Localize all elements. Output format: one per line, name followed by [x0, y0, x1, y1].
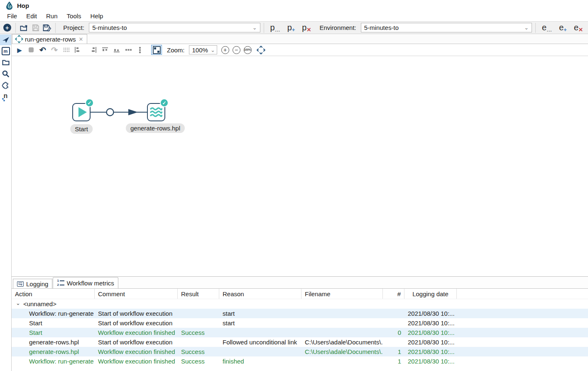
zoom-out-button[interactable]: − [233, 46, 240, 54]
delete-project-button[interactable]: p ✕ [299, 23, 314, 32]
sidebar-item-search[interactable] [0, 68, 11, 79]
cell-result: Success [178, 358, 219, 365]
delete-x-icon: ✕ [578, 27, 583, 32]
cell-filename: C:\Users\adale\Documents\... [301, 348, 383, 355]
sidebar-item-metadata[interactable]: m [0, 46, 11, 57]
edit-environment-button[interactable]: e … [539, 23, 555, 32]
menu-tools[interactable]: Tools [62, 12, 86, 20]
metrics-row[interactable]: StartStart of workflow executionstart202… [12, 318, 588, 328]
metrics-row[interactable]: generate-rows.hplStart of workflow execu… [12, 337, 588, 347]
edit-environment-icon: e [542, 23, 546, 32]
cell-action: Start [12, 319, 95, 327]
cell-date: 2021/08/30 10:... [404, 310, 457, 317]
tab-workflow-metrics[interactable]: 1 2 Workflow metrics [53, 277, 118, 288]
tree-expand-chevron-icon[interactable]: ⌄ [16, 300, 20, 306]
column-header-filename[interactable]: Filename [301, 289, 383, 299]
edit-project-button[interactable]: p … [267, 23, 283, 32]
node-generate-rows-label[interactable]: generate-rows.hpl [126, 123, 185, 133]
puzzle-piece-icon [2, 81, 10, 89]
play-icon: ▶ [17, 47, 22, 53]
column-header-count[interactable]: # [383, 289, 404, 299]
add-environment-button[interactable]: e + [556, 23, 570, 32]
menu-run[interactable]: Run [42, 12, 62, 20]
delete-project-icon: p [302, 23, 306, 32]
cell-result: Success [178, 329, 219, 336]
distribute-vertical-button[interactable] [135, 45, 145, 55]
cell-comment: Workflow execution finished [95, 348, 178, 355]
workflow-metrics-tab-label: Workflow metrics [67, 280, 114, 287]
logging-tab-label: Logging [26, 280, 48, 287]
sidebar-item-file-explorer[interactable] [0, 57, 11, 68]
content-area: run-generate-rows ✕ ▶ ↶ ↷ [12, 34, 588, 371]
cell-num: 1 [383, 358, 404, 365]
minus-icon: − [235, 47, 238, 53]
align-top-icon [102, 47, 108, 53]
start-play-icon [78, 107, 87, 117]
cell-filename: C:\Users\adale\Documents\... [301, 339, 383, 346]
open-file-button[interactable] [19, 22, 29, 33]
distribute-horizontal-icon [125, 47, 132, 53]
tab-logging[interactable]: log Logging [13, 279, 52, 288]
undo-button[interactable]: ↶ [37, 45, 48, 55]
align-bottom-button[interactable] [111, 45, 122, 55]
chevron-down-icon: ⌄ [524, 25, 529, 30]
metrics-row[interactable]: Workflow: run-generateStart of workflow … [12, 309, 588, 318]
menu-file[interactable]: File [2, 12, 22, 20]
hop-application-window: Hop File Edit Run Tools Help + [0, 0, 588, 371]
new-button[interactable]: + [2, 22, 12, 33]
zoom-combo[interactable]: 100% ⌄ [189, 45, 217, 54]
cell-date: 2021/08/30 10:... [404, 348, 457, 355]
sidebar-item-plugins[interactable] [0, 79, 11, 90]
column-header-action[interactable]: Action [12, 289, 95, 299]
main-area: m n [0, 34, 588, 371]
column-header-comment[interactable]: Comment [95, 289, 178, 299]
edit-dots-icon: … [546, 27, 552, 32]
workflow-canvas[interactable]: ✓ Start ✓ generate-rows.hpl [12, 56, 588, 276]
redo-button[interactable]: ↷ [49, 45, 60, 55]
column-header-reason[interactable]: Reason [219, 289, 301, 299]
hop-logo-icon [5, 1, 13, 10]
align-left-icon [74, 47, 81, 53]
align-top-button[interactable] [100, 45, 110, 55]
metrics-row[interactable]: generate-rows.hplWorkflow execution fini… [12, 347, 588, 356]
snap-to-grid-button[interactable] [61, 45, 71, 55]
align-right-button[interactable] [88, 45, 99, 55]
project-combo[interactable]: 5-minutes-to ⌄ [89, 23, 260, 32]
menu-bar: File Edit Run Tools Help [0, 11, 588, 21]
sidebar-item-neo4j[interactable]: n [0, 91, 11, 101]
project-combo-value: 5-minutes-to [92, 24, 127, 31]
align-right-icon [90, 47, 97, 53]
sidebar-item-projects[interactable] [0, 34, 11, 45]
column-header-logging-date[interactable]: Logging date [404, 289, 457, 299]
zoom-fit-button[interactable] [256, 45, 267, 55]
metrics-row[interactable]: StartWorkflow execution finishedSuccess0… [12, 328, 588, 337]
new-plus-icon: + [3, 24, 11, 32]
align-left-button[interactable] [72, 45, 83, 55]
metrics-row[interactable]: Workflow: run-generateWorkflow execution… [12, 356, 588, 366]
column-header-result[interactable]: Result [178, 289, 219, 299]
save-as-button[interactable] [42, 22, 52, 33]
distribute-horizontal-button[interactable] [123, 45, 134, 55]
execution-results-panel: log Logging 1 2 Workflow metrics Action [12, 276, 588, 371]
metrics-rows: Workflow: run-generateStart of workflow … [12, 309, 588, 366]
metrics-group-row[interactable]: ⌄ <unnamed> [12, 299, 588, 309]
show-execution-results-button[interactable] [151, 45, 162, 55]
tab-run-generate-rows[interactable]: run-generate-rows ✕ [12, 34, 87, 44]
menu-help[interactable]: Help [86, 12, 108, 20]
environment-combo[interactable]: 5-minutes-to ⌄ [361, 23, 532, 32]
menu-edit[interactable]: Edit [22, 12, 42, 20]
save-button[interactable] [31, 22, 41, 33]
run-workflow-button[interactable]: ▶ [14, 45, 25, 55]
stop-workflow-button[interactable] [26, 45, 37, 55]
zoom-in-button[interactable]: + [221, 46, 229, 54]
zoom-100-button[interactable]: 100% [244, 46, 252, 54]
cell-num: 1 [383, 348, 404, 355]
node-start-label[interactable]: Start [70, 124, 93, 134]
cell-comment: Start of workflow execution [95, 310, 178, 317]
delete-environment-button[interactable]: e ✕ [571, 23, 586, 32]
open-folder-icon [20, 24, 28, 32]
tab-close-icon[interactable]: ✕ [79, 37, 83, 42]
cell-reason: Followed unconditional link [219, 339, 301, 346]
add-project-button[interactable]: p + [284, 23, 298, 32]
save-as-floppy-pencil-icon [43, 24, 51, 32]
